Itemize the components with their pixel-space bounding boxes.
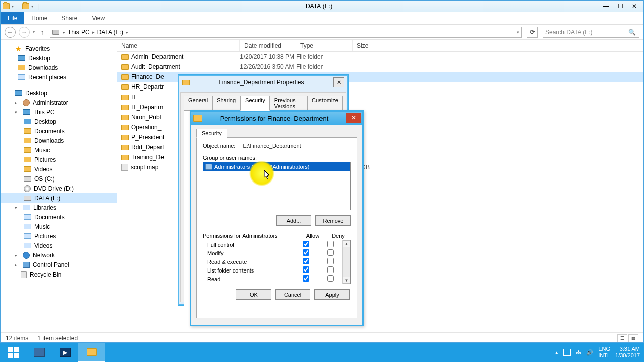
ok-button[interactable]: OK xyxy=(236,289,271,300)
breadcrumb-segment[interactable]: DATA (E:) xyxy=(97,29,123,36)
tray-lang[interactable]: ENG xyxy=(598,346,610,352)
tab-customize[interactable]: Customize xyxy=(307,96,343,111)
tree-item[interactable]: Recent places xyxy=(1,72,117,82)
chevron-right-icon[interactable]: ▸ xyxy=(91,30,96,35)
cancel-button[interactable]: Cancel xyxy=(275,289,310,300)
tree-item[interactable]: OS (C:) xyxy=(1,174,117,184)
chevron-right-icon[interactable]: ▸ xyxy=(124,30,130,35)
tree-item[interactable]: Downloads xyxy=(1,63,117,72)
tree-item[interactable]: ▸Administrator xyxy=(1,98,117,107)
tab-security[interactable]: Security xyxy=(196,129,227,138)
task-explorer[interactable] xyxy=(78,343,105,362)
close-button[interactable]: ✕ xyxy=(346,113,361,123)
maximize-button[interactable]: ☐ xyxy=(613,1,627,11)
tree-item[interactable]: Videos xyxy=(1,241,117,250)
permission-row: Modify xyxy=(203,249,342,257)
qat-dropdown-icon[interactable]: ▾ xyxy=(31,4,33,9)
tree-item[interactable]: DVD Drive (D:) xyxy=(1,184,117,193)
col-size[interactable]: Size xyxy=(353,40,643,51)
chevron-right-icon[interactable]: ▸ xyxy=(61,30,67,35)
breadcrumb-dropdown-icon[interactable]: ▾ xyxy=(517,30,519,35)
scroll-up-icon[interactable]: ▲ xyxy=(343,240,350,247)
menu-view[interactable]: View xyxy=(85,12,112,24)
file-name: HR_Departr xyxy=(131,83,164,90)
allow-checkbox[interactable] xyxy=(303,249,309,256)
tab-general[interactable]: General xyxy=(184,96,212,111)
tab-security[interactable]: Security xyxy=(240,96,270,111)
scrollbar[interactable]: ▲ ▼ xyxy=(342,240,350,284)
menu-home[interactable]: Home xyxy=(24,12,54,24)
tree-item[interactable]: Desktop xyxy=(1,117,117,126)
forward-button[interactable]: → xyxy=(19,27,30,38)
tree-item[interactable]: ▾This PC xyxy=(1,107,117,117)
tree-item[interactable]: Music xyxy=(1,222,117,231)
file-row[interactable]: Audit_Department12/26/2016 3:50 AMFile f… xyxy=(117,62,643,72)
tree-item[interactable]: Recycle Bin xyxy=(1,269,117,279)
close-button[interactable]: ✕ xyxy=(333,77,344,87)
deny-checkbox[interactable] xyxy=(327,249,334,256)
file-name: Training_De xyxy=(131,154,164,161)
view-details-button[interactable]: ☰ xyxy=(617,334,627,342)
allow-checkbox[interactable] xyxy=(303,275,309,282)
search-input[interactable]: Search DATA (E:) 🔍 xyxy=(543,27,639,38)
start-button[interactable] xyxy=(0,343,26,362)
tray-kbd[interactable]: INTL xyxy=(598,352,610,359)
action-center-icon[interactable] xyxy=(564,349,571,356)
tray-up-icon[interactable]: ▴ xyxy=(555,349,558,356)
menu-share[interactable]: Share xyxy=(54,12,85,24)
folder-icon xyxy=(121,84,129,90)
tray-time[interactable]: 3:31 AM xyxy=(615,346,640,352)
allow-checkbox[interactable] xyxy=(303,258,309,264)
deny-checkbox[interactable] xyxy=(327,266,334,273)
qat-dropdown-icon[interactable]: ▾ xyxy=(12,4,14,9)
task-server-manager[interactable] xyxy=(26,343,52,362)
tree-item[interactable]: ▸Network xyxy=(1,250,117,260)
remove-button[interactable]: Remove xyxy=(315,215,351,226)
tree-item[interactable]: Pictures xyxy=(1,155,117,164)
tree-item[interactable]: Documents xyxy=(1,126,117,136)
col-type[interactable]: Type xyxy=(296,40,353,51)
user-list[interactable]: Administrators (NIRON\Administrators) xyxy=(203,162,351,210)
col-date[interactable]: Date modified xyxy=(240,40,296,51)
permissions-titlebar[interactable]: Permissions for Finance_Department ✕ xyxy=(191,112,362,125)
tree-item[interactable]: ▸Control Panel xyxy=(1,260,117,269)
tab-sharing[interactable]: Sharing xyxy=(212,96,240,111)
tree-item[interactable]: Desktop xyxy=(1,53,117,63)
back-button[interactable]: ← xyxy=(5,27,16,38)
up-button[interactable]: ↑ xyxy=(38,28,47,37)
add-button[interactable]: Add... xyxy=(276,215,311,226)
deny-checkbox[interactable] xyxy=(327,258,334,264)
tree-favorites[interactable]: ★Favorites xyxy=(1,44,117,53)
tree-item[interactable]: Downloads xyxy=(1,136,117,145)
tree-item[interactable]: ▾Libraries xyxy=(1,203,117,212)
file-menu[interactable]: File xyxy=(1,12,24,24)
properties-titlebar[interactable]: Finance_Department Properties ✕ xyxy=(178,75,348,90)
network-icon[interactable]: 🖧 xyxy=(576,349,581,355)
minimize-button[interactable]: — xyxy=(599,1,613,11)
allow-checkbox[interactable] xyxy=(303,266,309,273)
tree-item-data-e[interactable]: DATA (E:) xyxy=(1,193,117,203)
close-button[interactable]: ✕ xyxy=(627,1,641,11)
user-item-administrators[interactable]: Administrators (NIRON\Administrators) xyxy=(203,162,350,171)
tree-item[interactable]: Videos xyxy=(1,164,117,174)
tree-item[interactable]: Documents xyxy=(1,212,117,222)
history-dropdown-icon[interactable]: ▾ xyxy=(33,30,35,34)
refresh-button[interactable]: ⟳ xyxy=(527,27,538,38)
apply-button[interactable]: Apply xyxy=(314,289,350,300)
tray-date[interactable]: 1/30/2017 xyxy=(615,352,640,359)
allow-checkbox[interactable] xyxy=(303,241,309,247)
tab-previous-versions[interactable]: Previous Versions xyxy=(270,96,307,111)
col-name[interactable]: Name xyxy=(117,40,240,51)
file-row[interactable]: Admin_Department1/20/2017 10:38 PMFile f… xyxy=(117,52,643,62)
tree-item[interactable]: Music xyxy=(1,145,117,155)
view-icons-button[interactable]: ▦ xyxy=(628,334,638,342)
task-powershell[interactable]: ▶ xyxy=(52,343,78,362)
deny-checkbox[interactable] xyxy=(327,241,334,247)
deny-checkbox[interactable] xyxy=(327,275,334,282)
breadcrumb-segment[interactable]: This PC xyxy=(68,29,90,36)
tree-item[interactable]: Pictures xyxy=(1,231,117,241)
sound-icon[interactable]: 🔊 xyxy=(586,349,593,356)
breadcrumb[interactable]: ▸ This PC ▸ DATA (E:) ▸ ▾ xyxy=(50,27,522,38)
scroll-down-icon[interactable]: ▼ xyxy=(343,277,350,284)
tree-desktop[interactable]: Desktop xyxy=(1,88,117,98)
